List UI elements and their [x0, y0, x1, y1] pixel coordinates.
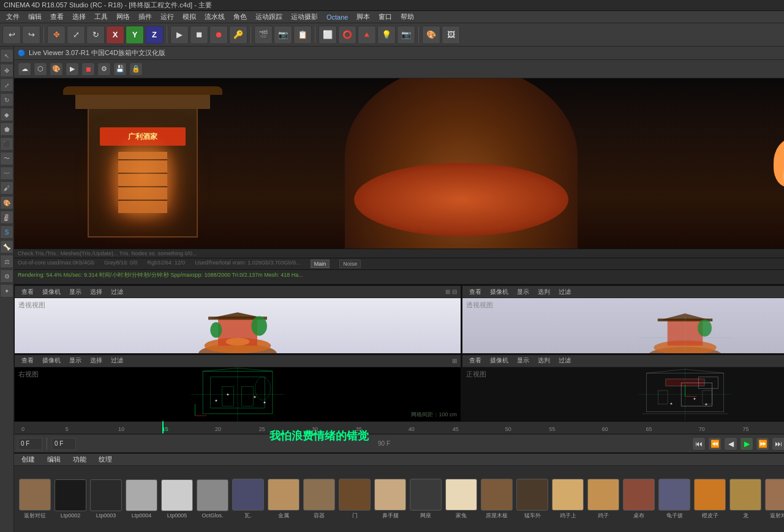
sidebar-deform[interactable]: 〜 [0, 152, 13, 165]
sidebar-scale[interactable]: ⤢ [0, 78, 13, 92]
material-item-8[interactable]: 容器 [303, 479, 335, 520]
toolbar-camera[interactable]: 📷 [397, 26, 415, 44]
vp-tr-select[interactable]: 选判 [535, 287, 553, 297]
toolbar-light[interactable]: 💡 [377, 26, 396, 44]
toolbar-y[interactable]: Y [126, 26, 144, 44]
material-item-16[interactable]: 鸡子 [587, 479, 619, 520]
toolbar-scale[interactable]: ⤢ [67, 26, 85, 44]
toolbar-material[interactable]: 🎨 [422, 26, 440, 44]
sidebar-select[interactable]: ↖ [0, 49, 13, 62]
live-viewer-canvas[interactable]: 广利酒家 [RENDERING] [14, 78, 784, 249]
menu-edit[interactable]: 编辑 [24, 12, 45, 22]
sidebar-dynamics[interactable]: ⚙ [0, 269, 13, 283]
material-item-10[interactable]: 鼻手腿 [374, 479, 406, 520]
toolbar-record[interactable]: ⏺ [209, 26, 228, 44]
material-item-3[interactable]: Ltp0004 [126, 479, 157, 519]
material-item-17[interactable]: 桌布 [623, 479, 655, 520]
toolbar-x[interactable]: X [106, 26, 124, 44]
menu-file[interactable]: 文件 [2, 12, 23, 22]
material-item-15[interactable]: 鸡子上 [552, 479, 584, 520]
lv-tab-main[interactable]: Main [311, 260, 330, 268]
vp-tr-view[interactable]: 查看 [466, 287, 484, 297]
material-item-11[interactable]: 网座 [410, 479, 442, 520]
toolbar-play[interactable]: ▶ [170, 26, 189, 44]
pb-play[interactable]: ▶ [740, 437, 753, 451]
material-item-7[interactable]: 金属 [268, 479, 300, 520]
sidebar-shape[interactable]: ◆ [0, 108, 13, 121]
viewport-top-right[interactable]: 查看 摄像机 显示 选判 过滤 ⊞ 透视视图 [461, 285, 784, 354]
vp-br-display[interactable]: 显示 [514, 356, 532, 365]
pb-prev[interactable]: ⏪ [708, 437, 722, 451]
menu-plugins[interactable]: 插件 [135, 12, 156, 22]
material-item-21[interactable]: 返射对征 [765, 479, 784, 520]
toolbar-z[interactable]: Z [145, 26, 164, 44]
sidebar-extrude[interactable]: ⬛ [0, 137, 13, 151]
menu-network[interactable]: 网络 [113, 12, 134, 22]
lv-object[interactable]: ⬡ [34, 62, 47, 76]
viewport-bottom-left[interactable]: 查看 摄像机 显示 选择 过滤 ⊞ 右视图 [14, 354, 461, 422]
toolbar-stop[interactable]: ⏹ [190, 26, 208, 44]
mat-edit[interactable]: 编辑 [43, 454, 64, 465]
sidebar-move[interactable]: ✥ [0, 64, 13, 77]
vp-br-select[interactable]: 选判 [535, 356, 553, 365]
vp-tl-select[interactable]: 选择 [87, 287, 105, 297]
toolbar-texture[interactable]: 🖼 [442, 26, 460, 44]
menu-octane[interactable]: Octane [323, 13, 352, 21]
vp-tl-display[interactable]: 显示 [66, 287, 85, 297]
vp-tl-filter[interactable]: 过滤 [108, 287, 126, 297]
lv-settings[interactable]: ⚙ [97, 62, 111, 76]
viewport-tr-content[interactable]: 透视视图 [462, 298, 784, 353]
mat-create[interactable]: 创建 [18, 454, 39, 465]
material-item-2[interactable]: Ltp0003 [90, 479, 122, 519]
viewport-br-content[interactable]: 正视图 [462, 367, 784, 422]
menu-simulate[interactable]: 模拟 [179, 12, 200, 22]
vp-tl-view[interactable]: 查看 [18, 287, 37, 297]
pb-fwd[interactable]: ⏩ [756, 437, 769, 451]
vp-bl-camera[interactable]: 摄像机 [39, 356, 64, 365]
toolbar-sphere[interactable]: ⭕ [338, 26, 356, 44]
material-item-5[interactable]: OctGlos. [197, 479, 228, 519]
vp-br-filter[interactable]: 过滤 [556, 356, 574, 365]
mat-texture[interactable]: 纹理 [95, 454, 116, 465]
sidebar-texture-paint[interactable]: 🎨 [0, 196, 13, 209]
mat-func[interactable]: 功能 [69, 454, 90, 465]
toolbar-render-queue[interactable]: 📋 [293, 26, 312, 44]
material-item-12[interactable]: 家兔 [445, 479, 477, 520]
material-item-13[interactable]: 原屋木板 [481, 479, 513, 520]
vp-br-view[interactable]: 查看 [466, 356, 484, 365]
menu-window[interactable]: 窗口 [375, 12, 396, 22]
pb-first[interactable]: ⏮ [692, 437, 706, 451]
sidebar-weight[interactable]: ⚖ [0, 255, 13, 268]
toolbar-render-to-po[interactable]: 📷 [274, 26, 292, 44]
lv-save[interactable]: 💾 [113, 62, 127, 76]
frame-current-input[interactable] [51, 438, 76, 450]
material-item-9[interactable]: 门 [339, 479, 371, 520]
material-item-0[interactable]: 返射对征 [19, 479, 51, 520]
sidebar-paint[interactable]: 🖌 [0, 181, 13, 195]
lv-material[interactable]: 🎨 [50, 62, 63, 76]
toolbar-cube[interactable]: ⬜ [318, 26, 337, 44]
vp-tr-display[interactable]: 显示 [514, 287, 532, 297]
lv-cloud[interactable]: ☁ [18, 62, 31, 76]
vp-br-camera[interactable]: 摄像机 [487, 356, 511, 365]
viewport-top-left[interactable]: 查看 摄像机 显示 选择 过滤 ⊞ ⊟ 透视视图 [14, 285, 461, 354]
menu-run[interactable]: 运行 [157, 12, 178, 22]
material-item-14[interactable]: 猛车外 [516, 479, 548, 520]
toolbar-cone[interactable]: 🔺 [358, 26, 376, 44]
toolbar-redo[interactable]: ↪ [22, 26, 40, 44]
lv-play[interactable]: ▶ [66, 62, 79, 76]
pb-back[interactable]: ◀ [724, 437, 737, 451]
viewport-bottom-right[interactable]: 查看 摄像机 显示 选判 过滤 ⊞ 正视图 [461, 354, 784, 422]
material-item-1[interactable]: Ltp0002 [55, 479, 86, 519]
vp-tl-camera[interactable]: 摄像机 [39, 287, 64, 297]
toolbar-move[interactable]: ✥ [47, 26, 66, 44]
toolbar-keyframe[interactable]: 🔑 [229, 26, 247, 44]
pb-last[interactable]: ⏭ [772, 437, 784, 451]
sidebar-spline[interactable]: 〰 [0, 167, 13, 180]
sidebar-sculpt[interactable]: 🗿 [0, 211, 13, 224]
material-item-4[interactable]: Ltp0005 [161, 479, 193, 519]
viewport-tl-content[interactable]: 透视视图 [15, 298, 461, 353]
vp-bl-filter[interactable]: 过滤 [108, 356, 126, 365]
menu-select[interactable]: 选择 [69, 12, 89, 22]
toolbar-render[interactable]: 🎬 [254, 26, 273, 44]
